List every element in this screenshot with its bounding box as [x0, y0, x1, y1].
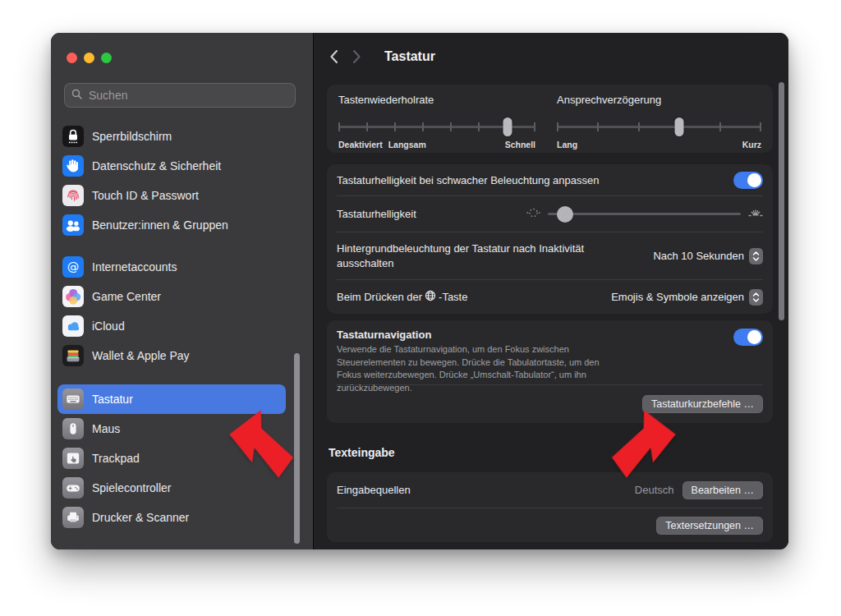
scale-label-max: Kurz [742, 140, 761, 149]
sidebar-item-benutzer[interactable]: Benutzer:innen & Gruppen [57, 210, 286, 240]
close-button[interactable] [67, 53, 77, 63]
sidebar-item-sperrbildschirm[interactable]: Sperrbildschirm [57, 122, 286, 151]
sidebar-item-label: Maus [92, 422, 120, 435]
keyboard-navigation-row: Tastaturnavigation Verwende die Tastatur… [337, 320, 763, 384]
keyboard-icon [62, 388, 84, 410]
sidebar-item-internetaccounts[interactable]: @ Internetaccounts [57, 252, 286, 282]
annotation-arrow-shortcuts [601, 402, 681, 489]
screenshot-stage: Sperrbildschirm Datenschutz & Sicherheit… [0, 0, 841, 616]
main-header: Tastatur [314, 33, 788, 80]
scale-label-min: Deaktiviert [338, 140, 383, 149]
backlight-timeout-label: Hintergrundbeleuchtung der Tastatur nach… [337, 241, 641, 271]
search-input[interactable] [87, 88, 288, 103]
slider-track [548, 213, 741, 215]
backlight-timeout-pulldown[interactable]: Nach 10 Sekunden [653, 248, 763, 264]
sidebar-item-drucker[interactable]: Drucker & Scanner [57, 503, 286, 532]
search-icon [71, 88, 82, 103]
page-title: Tastatur [384, 49, 435, 64]
mouse-icon [62, 418, 84, 439]
globe-icon [425, 290, 436, 304]
cloud-icon [62, 315, 84, 337]
sidebar-item-label: Internetaccounts [92, 260, 177, 274]
game-center-icon [62, 286, 84, 307]
sidebar-item-touch-id[interactable]: Touch ID & Passwort [57, 181, 286, 210]
keyboard-navigation-description: Verwende die Tastaturnavigation, um den … [337, 343, 623, 394]
sidebar-item-label: Wallet & Apple Pay [92, 349, 190, 362]
key-repeat-label: Tastenwiederholrate [338, 94, 535, 106]
key-repeat-group: Tastenwiederholrate Deaktiviert Langsam … [338, 94, 535, 153]
hand-icon [62, 155, 84, 177]
sidebar-item-game-center[interactable]: Game Center [57, 282, 286, 311]
traffic-lights [67, 53, 112, 63]
sidebar-item-label: Game Center [92, 290, 161, 303]
globe-label-prefix: Beim Drücken der [337, 291, 422, 303]
minimize-button[interactable] [84, 53, 94, 63]
sidebar-item-label: Spielecontroller [92, 481, 172, 494]
chevron-up-down-icon [749, 289, 763, 306]
sidebar-item-wallet[interactable]: Wallet & Apple Pay [57, 341, 286, 370]
text-input-card: Eingabequellen Deutsch Bearbeiten … Text… [327, 472, 773, 542]
globe-key-row: Beim Drücken der -Taste Emojis & Symbole… [337, 279, 763, 314]
sidebar-item-label: Benutzer:innen & Gruppen [92, 218, 228, 232]
forward-button[interactable] [345, 45, 368, 68]
scale-label-low: Langsam [388, 140, 426, 149]
wallet-icon [62, 345, 84, 366]
main-scrollbar[interactable] [779, 82, 784, 320]
input-sources-label: Eingabequellen [337, 484, 411, 496]
input-sources-row: Eingabequellen Deutsch Bearbeiten … [337, 472, 763, 508]
delay-group: Ansprechverzögerung Lang Kurz [557, 94, 761, 153]
sidebar-item-label: Tastatur [92, 393, 133, 406]
edit-input-sources-button[interactable]: Bearbeiten … [682, 481, 763, 499]
auto-brightness-label: Tastaturhelligkeit bei schwacher Beleuch… [337, 174, 599, 186]
pulldown-value: Nach 10 Sekunden [653, 250, 744, 262]
sidebar-item-label: Datenschutz & Sicherheit [92, 159, 221, 172]
chevron-up-down-icon [749, 248, 763, 264]
keyboard-brightness-slider[interactable] [548, 206, 741, 223]
slider-handle[interactable] [675, 117, 684, 136]
slider-knob[interactable] [557, 206, 573, 223]
keyboard-navigation-label: Tastaturnavigation [337, 329, 763, 341]
fingerprint-icon [62, 185, 84, 206]
sidebar-item-icloud[interactable]: iCloud [57, 311, 286, 341]
keyboard-brightness-label: Tastaturhelligkeit [337, 208, 416, 220]
globe-key-label: Beim Drücken der -Taste [337, 290, 467, 304]
system-settings-window: Sperrbildschirm Datenschutz & Sicherheit… [51, 33, 788, 549]
keyboard-navigation-toggle[interactable] [733, 329, 763, 346]
navigation-card: Tastaturnavigation Verwende die Tastatur… [327, 320, 773, 423]
at-icon: @ [62, 256, 84, 278]
delay-label: Ansprechverzögerung [557, 94, 761, 106]
sidebar-item-datenschutz[interactable]: Datenschutz & Sicherheit [57, 151, 286, 181]
auto-brightness-toggle[interactable] [733, 172, 763, 189]
trackpad-icon [62, 448, 84, 469]
scale-label-max: Schnell [505, 140, 535, 149]
back-button[interactable] [322, 45, 345, 68]
sidebar-item-label: Touch ID & Passwort [92, 189, 199, 202]
text-replacements-row: Textersetzungen … [337, 508, 763, 542]
annotation-arrow-tastatur [223, 402, 303, 489]
brightness-card: Tastaturhelligkeit bei schwacher Beleuch… [327, 164, 773, 314]
brightness-high-icon [748, 205, 763, 223]
users-icon [62, 214, 84, 236]
zoom-button[interactable] [101, 53, 112, 63]
key-repeat-scale-labels: Deaktiviert Langsam Schnell [338, 140, 535, 149]
text-replacements-button[interactable]: Textersetzungen … [656, 517, 763, 535]
brightness-low-icon [526, 205, 540, 223]
delay-slider[interactable] [557, 117, 761, 136]
main-panel: Tastatur Tastenwiederholrate Deaktiviert [313, 33, 788, 549]
search-field[interactable] [64, 83, 296, 108]
keyboard-brightness-row: Tastaturhelligkeit [337, 195, 763, 232]
globe-key-pulldown[interactable]: Emojis & Symbole anzeigen [611, 289, 763, 306]
repeat-rate-card: Tastenwiederholrate Deaktiviert Langsam … [327, 85, 773, 153]
lock-icon [62, 126, 84, 147]
key-repeat-slider[interactable] [338, 117, 535, 136]
svg-text:@: @ [67, 260, 80, 274]
delay-scale-labels: Lang Kurz [557, 140, 761, 149]
sidebar-item-label: Drucker & Scanner [92, 511, 189, 524]
scale-label-min: Lang [557, 140, 577, 149]
printer-icon [62, 507, 84, 528]
sidebar-item-label: iCloud [92, 319, 125, 333]
backlight-timeout-row: Hintergrundbeleuchtung der Tastatur nach… [337, 232, 763, 279]
slider-handle[interactable] [503, 117, 512, 136]
text-input-heading: Texteingabe [329, 446, 395, 459]
sidebar-item-label: Sperrbildschirm [92, 130, 172, 143]
